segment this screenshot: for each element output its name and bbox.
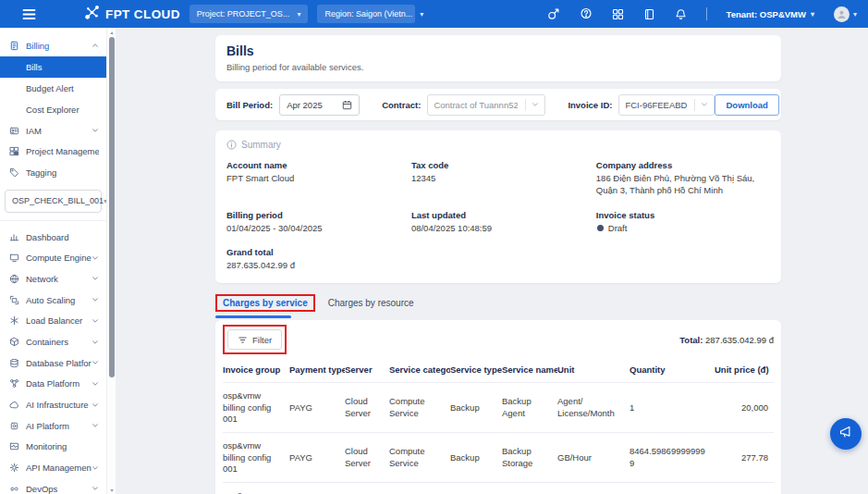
table-row[interactable]: osp&vmw billing config 001PAYGCloud Serv… <box>223 433 774 483</box>
sidebar-item-billing[interactable]: Billing <box>0 35 106 56</box>
containers-icon <box>9 337 19 347</box>
support-icon[interactable] <box>580 7 593 20</box>
search-icon[interactable] <box>547 7 560 20</box>
summary-field-account-name: Account nameFPT Smart Cloud <box>226 160 411 197</box>
sidebar-item-cost-explorer[interactable]: Cost Explorer <box>0 99 106 120</box>
notifications-icon[interactable] <box>675 8 687 20</box>
bill-period-input[interactable] <box>279 94 360 116</box>
tab-charges-by-resource[interactable]: Charges by resource <box>328 298 414 308</box>
fpt-cloud-logo[interactable]: FPT CLOUD <box>84 5 180 24</box>
sidebar-item-auto-scaling[interactable]: Auto Scaling <box>0 290 106 311</box>
scroll-down-icon[interactable]: ▾ <box>107 487 116 493</box>
table-cell: PAYG <box>289 383 345 433</box>
menu-icon[interactable] <box>22 8 36 20</box>
sidebar-item-project-management[interactable]: Project Management <box>0 141 106 162</box>
sidebar-item-network[interactable]: Network <box>0 268 106 290</box>
table-row[interactable]: osp&vmw billing config 001PAYGCloud Serv… <box>223 483 774 494</box>
sidebar-item-monitoring[interactable]: Monitoring <box>0 437 106 458</box>
table-cell: PAYG <box>289 483 345 494</box>
logo-text: FPT CLOUD <box>105 7 180 21</box>
table-cell: CPU <box>450 483 502 494</box>
sidebar-item-bills[interactable]: Bills <box>0 56 106 78</box>
sidebar-item-label: DevOps <box>26 484 92 494</box>
column-header-service-category: Service category <box>389 359 450 383</box>
field-value: FPT Smart Cloud <box>226 173 411 185</box>
sidebar-item-compute-engine[interactable]: Compute Engine <box>0 247 106 268</box>
sidebar-scrollbar[interactable]: ▴ ▾ <box>106 28 116 494</box>
total-value: 287.635.042.99 đ <box>705 335 774 345</box>
app-window: FPT CLOUD Project: PROJECT_OS... ▾ Regio… <box>0 0 868 494</box>
field-value: Draft <box>596 223 770 235</box>
sidebar-item-database-platform[interactable]: Database Platform <box>0 352 106 374</box>
table-cell: Backup <box>450 383 502 433</box>
chevron-down-icon <box>92 317 99 325</box>
invoice-id-value: FCI-96FEEABD <box>625 100 687 110</box>
sidebar-item-budget-alert[interactable]: Budget Alert <box>0 78 106 99</box>
charges-table: Invoice groupPayment typeServerService c… <box>223 359 774 494</box>
column-header-service-name: Service name <box>502 359 557 383</box>
project-scope-select[interactable]: OSP_CHECK_BILL_001 ▾ <box>5 190 102 213</box>
invoice-id-select[interactable]: FCI-96FEEABD <box>618 94 715 116</box>
chevron-down-icon <box>92 464 99 472</box>
table-cell: 1,388.89 <box>715 483 774 494</box>
project-selector[interactable]: Project: PROJECT_OS... ▾ <box>189 5 309 23</box>
chevron-down-icon <box>92 422 99 429</box>
sidebar-item-load-balancer[interactable]: Load Balancer <box>0 311 106 332</box>
sidebar-item-iam[interactable]: IAM <box>0 120 106 142</box>
column-header-unit-price: Unit price (đ) <box>715 359 774 383</box>
sidebar-item-dashboard[interactable]: Dashboard <box>0 227 106 248</box>
download-button[interactable]: Download <box>715 94 778 116</box>
bill-filter-card: Bill Period: Contract: Contract of Tuann… <box>215 89 781 120</box>
field-label: Account name <box>226 160 411 170</box>
table-row[interactable]: osp&vmw billing config 001PAYGCloud Serv… <box>223 383 774 433</box>
fpt-logo-icon <box>84 5 100 24</box>
table-cell: osp&vmw billing config 001 <box>223 383 289 433</box>
apps-icon[interactable] <box>612 8 624 20</box>
tabs: Charges by service Charges by resource <box>215 291 781 315</box>
avatar <box>834 6 850 22</box>
scrollbar-thumb[interactable] <box>109 37 115 377</box>
invoice-id-label: Invoice ID: <box>568 100 612 110</box>
table-body: osp&vmw billing config 001PAYGCloud Serv… <box>223 383 774 494</box>
main-content: Bills Billing period for available servi… <box>116 28 868 494</box>
summary-field-grand-total: Grand total287.635.042.99 đ <box>226 247 411 272</box>
project-management-icon <box>9 146 19 156</box>
summary-field-billing-period: Billing period01/04/2025 - 30/04/2025 <box>226 210 411 235</box>
filter-button-label: Filter <box>252 335 272 345</box>
divider <box>706 7 707 20</box>
project-selector-label: Project: PROJECT_OS... <box>197 9 290 19</box>
chevron-down-icon <box>701 101 708 108</box>
field-label: Company address <box>596 160 770 170</box>
sidebar-bottom-list: DashboardCompute EngineNetworkAuto Scali… <box>0 227 106 494</box>
summary-grid: Account nameFPT Smart CloudTax code12345… <box>226 160 770 272</box>
compute-engine-icon <box>9 253 19 263</box>
announcement-fab[interactable] <box>830 418 862 450</box>
sidebar-item-api-management[interactable]: API Management <box>0 457 106 478</box>
sidebar-item-devops[interactable]: DevOps <box>0 478 106 494</box>
scroll-up-icon[interactable]: ▴ <box>107 29 116 35</box>
field-value: 08/04/2025 10:48:59 <box>411 223 596 235</box>
field-value: 12345 <box>411 173 596 185</box>
region-selector[interactable]: Region: Saigon (Vietn... ▾ <box>317 5 415 23</box>
active-tab-underline <box>215 315 291 318</box>
chevron-down-icon <box>92 485 99 492</box>
filter-button[interactable]: Filter <box>227 329 282 350</box>
tagging-icon <box>9 167 19 178</box>
sidebar-item-ai-infrastructure[interactable]: AI Infrastructure <box>0 394 106 415</box>
bill-period-value[interactable] <box>287 100 342 110</box>
sidebar-item-ai-platform[interactable]: AI Platform <box>0 415 106 437</box>
user-menu[interactable]: ▾ <box>834 6 857 22</box>
field-label: Last updated <box>411 210 596 220</box>
sidebar-item-tagging[interactable]: Tagging <box>0 162 106 183</box>
chevron-down-icon <box>532 101 539 108</box>
table-cell: Backup <box>450 433 502 483</box>
sidebar-item-data-platform[interactable]: Data Platform <box>0 374 106 395</box>
sidebar-item-containers[interactable]: Containers <box>0 331 106 352</box>
chevron-up-icon <box>92 42 99 49</box>
docs-icon[interactable] <box>643 8 655 20</box>
billing-icon <box>9 41 19 51</box>
sidebar-item-label: Compute Engine <box>26 253 92 263</box>
contract-select[interactable]: Contract of Tuannn52... <box>427 94 545 116</box>
tenant-selector[interactable]: Tenant: OSP&VMW ▾ <box>727 9 814 19</box>
tab-charges-by-service[interactable]: Charges by service <box>223 298 308 308</box>
